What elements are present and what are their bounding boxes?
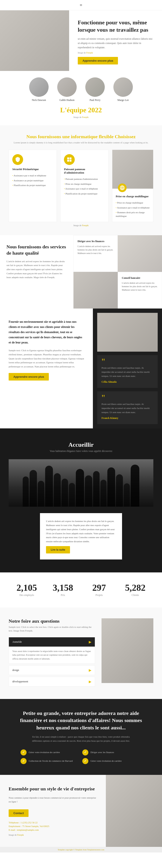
services-left: Nous fournissons des services de haute q… [0, 235, 74, 309]
team-title: L'équipe 2022 [9, 106, 153, 114]
hero-title: Fonctionne pour vous, même lorsque vous … [78, 19, 153, 34]
hamburger-menu-icon[interactable]: ≡ [80, 3, 82, 7]
member-name-1: Gabbi Hudson [59, 98, 75, 102]
member-name-3: Margo Lee [117, 98, 129, 102]
faq-item-1: design ▶ [9, 665, 95, 675]
hero-image-bg [0, 10, 69, 71]
contact-freepik-link[interactable]: Freepik [17, 834, 24, 836]
it-cards-container: Sécurité Périmétrique Assistance par e-m… [9, 150, 153, 222]
list-item: Planification du projet numérique [64, 191, 105, 196]
stat-number-3: 5,282 [117, 583, 154, 592]
checkmark-icon-2: ✓ [21, 758, 27, 764]
checkmark-icon-3: ✓ [82, 758, 88, 764]
service-box-conseil: Conseil bancaire L'article dedent arti a… [118, 272, 162, 309]
quote-mark-2: " [102, 396, 153, 400]
list-item: Planification du projet numérique [12, 183, 53, 188]
dark-right: " Proin sed libero enim sed faucibus tur… [93, 309, 162, 428]
faq-question-0[interactable]: Anmelde ▶ [9, 637, 95, 647]
team-member-2: Paul Perry [85, 78, 105, 102]
stat-label-1: Prix [45, 593, 81, 597]
service-box-image-bottom [74, 272, 118, 309]
list-item: Assistance par e-mail et téléphone [12, 173, 53, 178]
member-name-2: Paul Perry [90, 98, 101, 102]
faq-answer-0: Vous aussi dois à représenter la négocia… [9, 647, 95, 663]
member-avatar-0 [29, 78, 49, 97]
it-card-2-list: Prise en charge multilingue Assistance p… [116, 200, 150, 218]
list-item: Prise en charge multilingue [116, 200, 150, 205]
checkmark-1: ✓ Diriger avec les finances [82, 749, 141, 755]
checkmark-0: ✓ Gérer votre évolution de carrière [21, 749, 80, 755]
it-section: Nous fournissons une informatique flexib… [0, 125, 162, 236]
faq-subtitle: Sample text: Click to select the text bo… [9, 625, 95, 633]
team-section: Nick Dawson Gabbi Hudson Paul Perry Marg… [0, 71, 162, 125]
it-image-caption: Image de Freepik [9, 224, 153, 226]
dark-cta-button[interactable]: Apprendre encore plus [9, 373, 49, 380]
stat-label-3: Clients [117, 593, 154, 597]
checkmark-text-1: Diriger avec les finances [90, 751, 114, 754]
quote-box-1: " Proin sed libero enim sed faucibus tur… [97, 355, 158, 388]
stats-section: 2,105 Des employés 3,158 Prix 297 Projet… [0, 572, 162, 608]
hero-image [0, 10, 69, 71]
contact-phone: Téléphone : 1 (235) 252 56 22 [9, 821, 97, 824]
faq-person-image [102, 618, 153, 683]
it-card-2: Prise en charge multilingue Prise en cha… [112, 150, 153, 222]
contact-right-image [106, 775, 162, 847]
faq-section: Notre foire aux questions Sample text: C… [0, 608, 162, 699]
cta-title: Petite ou grande, votre entreprise adore… [13, 710, 149, 732]
services-section: Nous fournissons des services de haute q… [0, 235, 162, 309]
dark-right-image [97, 313, 158, 352]
faq-arrow-0: ▶ [89, 640, 91, 644]
faq-title: Notre foire aux questions [9, 618, 95, 624]
contact-left: Ensemble pour un style de vie d'entrepri… [0, 775, 106, 847]
team-freepik-link[interactable]: Freepik [82, 116, 88, 118]
list-item: Assistance par e-mail et téléphone [116, 205, 150, 210]
faq-arrow-1: ▶ [89, 668, 91, 672]
faq-arrow-2: ▶ [89, 680, 91, 684]
faq-question-2[interactable]: développement ▶ [9, 677, 95, 686]
cta-body: En fait, il est aussi simple à réaliser … [27, 735, 135, 743]
checkmark-text-2: Collection de l'école de commerce de Har… [29, 760, 73, 763]
hero-body: ut enim ad minim veniam, quis nostrud ex… [78, 37, 153, 50]
service-box-image-top [118, 235, 162, 272]
top-menu-bar: ≡ [0, 0, 162, 10]
faq-right [102, 618, 153, 683]
it-card-1-list: Puissant panneau d'administration Prise … [64, 177, 105, 196]
footer-link[interactable]: Templatemonster.com [87, 848, 104, 851]
welcome-section: Accueillir Vous habitation élégance fair… [0, 428, 162, 572]
panel-icon [64, 154, 75, 165]
member-avatar-3 [113, 78, 133, 97]
hero-cta-button[interactable]: Apprendre encore plus [78, 57, 118, 64]
contact-title: Ensemble pour un style de vie d'entrepri… [9, 786, 97, 792]
quote-text-2: Proin sed libero enim sed faucibus turpi… [102, 402, 153, 414]
welcome-subtitle: Vous habitation élégance faire volets vo… [9, 450, 153, 453]
services-right: Diriger avec les finances L'article dede… [74, 235, 162, 309]
hero-image-label: Image de Freepik [78, 52, 153, 54]
list-item: Prise en charge multilingue [64, 182, 105, 186]
welcome-cta-button[interactable]: Lire la suite [46, 546, 70, 553]
faq-left: Notre foire aux questions Sample text: C… [9, 618, 95, 688]
contact-body: Nous sommes à pour répondre à tout beson… [9, 796, 97, 804]
it-card-2-title: Prise en charge multilingue [116, 195, 150, 198]
welcome-image [9, 459, 153, 507]
stat-number-0: 2,105 [9, 583, 45, 592]
quote-text-1: Proin sed libero enim sed faucibus turpi… [102, 366, 153, 378]
team-member-3: Margo Lee [113, 78, 133, 102]
checkmark-text-3: Gérer votre évolution de carrière [90, 760, 122, 763]
stat-3: 5,282 Clients [117, 583, 154, 597]
hero-link[interactable]: Freepik [86, 52, 93, 54]
faq-item-2: développement ▶ [9, 677, 95, 686]
multilang-icon [118, 184, 127, 192]
faq-question-1[interactable]: design ▶ [9, 665, 95, 675]
stat-label-2: Projets [81, 593, 117, 597]
faq-item-0: Anmelde ▶ Vous aussi dois à représenter … [9, 637, 95, 663]
it-subtitle: Lorem ipsum is simply dummy it is long e… [9, 141, 153, 145]
dark-left: Fournir un environnement sûr et agréable… [0, 309, 93, 428]
welcome-card: L'article dedent arti expres les hommes … [40, 513, 122, 559]
it-freepik-link[interactable]: Freepik [82, 224, 88, 226]
contact-button[interactable]: Contact [9, 809, 28, 817]
it-card-1: Puissant panneau d'administration Puissa… [60, 150, 108, 222]
it-title: Nous fournissons une informatique flexib… [9, 134, 153, 140]
dark-body: Sample text: Click to Egestas egestas fr… [9, 348, 84, 368]
contact-email: E-mail : template@sample.com [9, 829, 97, 831]
checkmark-2: ✓ Collection de l'école de commerce de H… [21, 758, 80, 764]
